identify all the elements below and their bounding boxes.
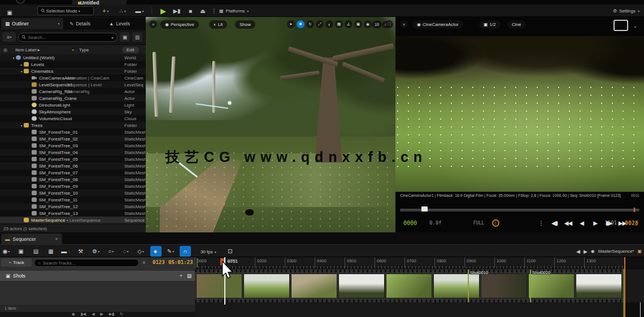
shot-thumbnail[interactable]: [291, 274, 337, 298]
stop-button[interactable]: ■: [185, 6, 195, 15]
level-tab[interactable]: Untitled: [72, 0, 127, 5]
cinematics-button[interactable]: ▬▾: [134, 6, 145, 15]
transport-button[interactable]: ◀▮: [550, 220, 559, 226]
sequencer-tool-button[interactable]: ✎▾: [165, 246, 176, 257]
outliner-row[interactable]: DirectionalLight Light: [0, 102, 146, 108]
add-track-button[interactable]: + Track: [1, 258, 32, 267]
transport-button[interactable]: ▮◀: [81, 312, 86, 316]
visibility-column-icon[interactable]: ◎: [3, 47, 7, 52]
outliner-row[interactable]: CameraRig_Rail CameraRig Actor: [0, 88, 146, 95]
current-frame-field[interactable]: 0123: [153, 259, 165, 265]
section-boundary[interactable]: [530, 270, 531, 302]
transport-button[interactable]: ▶: [101, 312, 103, 316]
forward-icon[interactable]: ▶: [584, 249, 588, 254]
viewport-tool-button[interactable]: ◐: [325, 20, 333, 28]
expander-icon[interactable]: ▸: [19, 63, 24, 67]
show-dropdown[interactable]: Show: [235, 20, 255, 29]
lit-dropdown[interactable]: ◐ Lit: [209, 20, 227, 29]
transport-button[interactable]: ▶: [591, 220, 599, 226]
outliner-row[interactable]: CameraRig_Crane Actor: [0, 95, 146, 102]
outliner-row[interactable]: ▸ Levels Folder: [0, 61, 146, 68]
expander-icon[interactable]: ▾: [11, 56, 16, 60]
viewport-tool-button[interactable]: ➤: [287, 20, 295, 28]
pin-icon[interactable]: ▪: [58, 22, 59, 25]
outliner-row[interactable]: SM_ForestTree_02 StaticMesh: [0, 135, 146, 142]
transport-button[interactable]: ⋮: [537, 220, 545, 226]
shots-filmstrip[interactable]: Shot0010 Shot0020: [195, 270, 644, 302]
outliner-row[interactable]: SM_ForestTree_10 StaticMesh: [0, 190, 146, 196]
sequencer-tool-button[interactable]: ◌▾: [120, 246, 132, 257]
shot-thumbnail[interactable]: [433, 274, 480, 298]
shot-thumbnail[interactable]: [243, 274, 290, 298]
shot-thumbnail[interactable]: [386, 274, 432, 298]
viewport-tool-button[interactable]: ↻: [306, 20, 314, 28]
shot-thumbnail[interactable]: [528, 274, 575, 298]
cine-camera-dropdown[interactable]: ◉ CineCameraActor: [412, 20, 463, 29]
play-options-kebab-icon[interactable]: ⋮: [209, 6, 219, 15]
outliner-row[interactable]: ▾ Untitled (World) World: [0, 54, 146, 61]
outliner-row[interactable]: VolumetricCloud Cloud: [0, 115, 146, 122]
clear-search-icon[interactable]: ●: [111, 36, 114, 39]
maximize-viewport-icon[interactable]: ⛶: [385, 20, 393, 28]
type-column[interactable]: Type: [79, 47, 89, 52]
viewport-tool-button[interactable]: ▣: [354, 20, 362, 28]
cine-show-dropdown[interactable]: Cine: [507, 20, 525, 29]
sequencer-tool-button[interactable]: ▦: [45, 246, 56, 257]
blueprints-button[interactable]: ∴▾: [118, 6, 128, 15]
settings-dropdown[interactable]: ⚙ Settings ▾: [613, 6, 639, 15]
outliner-row[interactable]: LevelSequence1 Sequence | Level LevelSeq: [0, 81, 146, 88]
viewport-tool-button[interactable]: ▦: [335, 20, 343, 28]
platforms-dropdown[interactable]: ▦ Platforms ▾: [219, 6, 249, 15]
camera-icon[interactable]: ▣: [637, 249, 642, 254]
scrubber-knob[interactable]: [421, 206, 428, 212]
preview-window-icon[interactable]: [613, 20, 628, 31]
cine-menu-icon[interactable]: ≡: [400, 20, 408, 28]
viewport-menu-icon[interactable]: ≡: [149, 20, 157, 28]
loop-mode-button[interactable]: 1: [492, 219, 499, 227]
sequencer-tool-button[interactable]: ⚙▾: [90, 246, 102, 257]
outliner-settings-button[interactable]: ▥: [132, 32, 142, 42]
sequencer-tool-button[interactable]: ▣: [15, 246, 27, 257]
sequencer-tool-button[interactable]: ◉▾: [1, 246, 12, 257]
shot-thumbnail[interactable]: [481, 274, 527, 298]
transport-button[interactable]: ◀: [92, 312, 94, 316]
transport-button[interactable]: ↻: [120, 312, 123, 316]
outliner-row[interactable]: SM_ForestTree_07 StaticMesh: [0, 169, 146, 176]
timecode-field[interactable]: 05:01:23: [168, 259, 193, 265]
transport-button[interactable]: ◀: [577, 220, 586, 226]
transport-button[interactable]: ▮▶: [604, 220, 613, 226]
transport-button[interactable]: ◉: [72, 312, 75, 316]
sequence-breadcrumb[interactable]: MasterSequence*: [598, 249, 634, 254]
viewport-tool-button[interactable]: ∠: [345, 20, 353, 28]
edit-column-pill[interactable]: Edit: [122, 47, 139, 53]
cine-view-fraction[interactable]: ▣ 1/2: [479, 20, 501, 29]
add-section-icon[interactable]: +: [180, 273, 182, 279]
perspective-dropdown[interactable]: ◉ Perspective: [160, 20, 199, 29]
eject-button[interactable]: ⏏: [198, 6, 208, 15]
viewport-tool-button[interactable]: ⤢: [316, 20, 324, 28]
expander-icon[interactable]: ▾: [19, 124, 24, 127]
item-label-column[interactable]: Item Label ▸: [15, 47, 40, 52]
shot-thumbnail[interactable]: [196, 274, 242, 298]
outliner-row[interactable]: SM_ForestTree_11 StaticMesh: [0, 196, 146, 203]
transform-gizmo[interactable]: [228, 102, 231, 104]
expander-icon[interactable]: ▾: [19, 69, 24, 73]
sequencer-tool-button[interactable]: ⚒: [75, 246, 86, 257]
track-search-box[interactable]: ○: [34, 259, 139, 267]
outliner-row[interactable]: SM_ForestTree_03 StaticMesh: [0, 142, 146, 149]
play-button[interactable]: ▶: [158, 6, 168, 15]
playback-scrubber[interactable]: [400, 209, 639, 212]
filter-button[interactable]: ≡▾: [2, 32, 16, 42]
sequencer-tool-button[interactable]: ▬⋮: [60, 246, 72, 257]
outliner-row[interactable]: SM_ForestTree_01 StaticMesh: [0, 129, 146, 135]
close-icon[interactable]: ✕: [55, 237, 58, 241]
fps-dropdown[interactable]: 30 fps ▾: [198, 248, 219, 257]
outliner-row[interactable]: ▾ Cinematics Folder: [0, 68, 146, 74]
track-search-input[interactable]: [43, 261, 135, 266]
shot-thumbnail[interactable]: [338, 274, 385, 298]
viewport-tool-button[interactable]: ✥: [297, 20, 304, 28]
outliner-row[interactable]: SM_ForestTree_12 StaticMesh: [0, 203, 146, 210]
sequencer-tool-button[interactable]: ●: [150, 246, 162, 257]
outliner-row[interactable]: CineCameraActor Animation | CineCam Cine…: [0, 74, 146, 81]
zoom-mode-label[interactable]: FULL: [473, 221, 484, 226]
